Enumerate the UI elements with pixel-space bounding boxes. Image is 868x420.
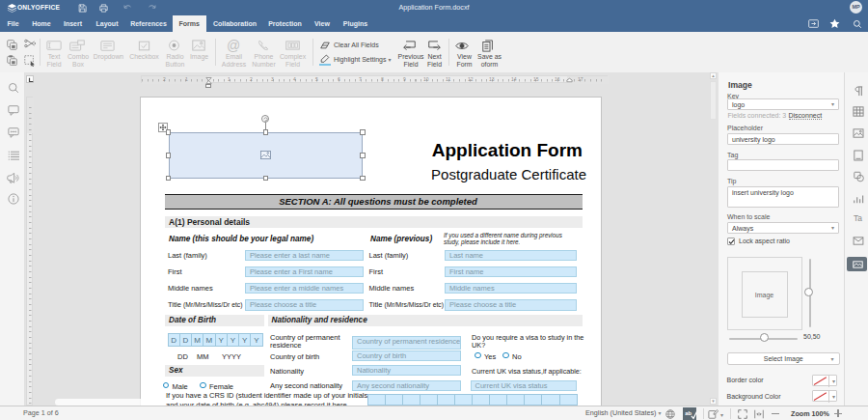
- svg-text:ab: ab: [685, 410, 692, 416]
- svg-text:Ta: Ta: [854, 213, 862, 223]
